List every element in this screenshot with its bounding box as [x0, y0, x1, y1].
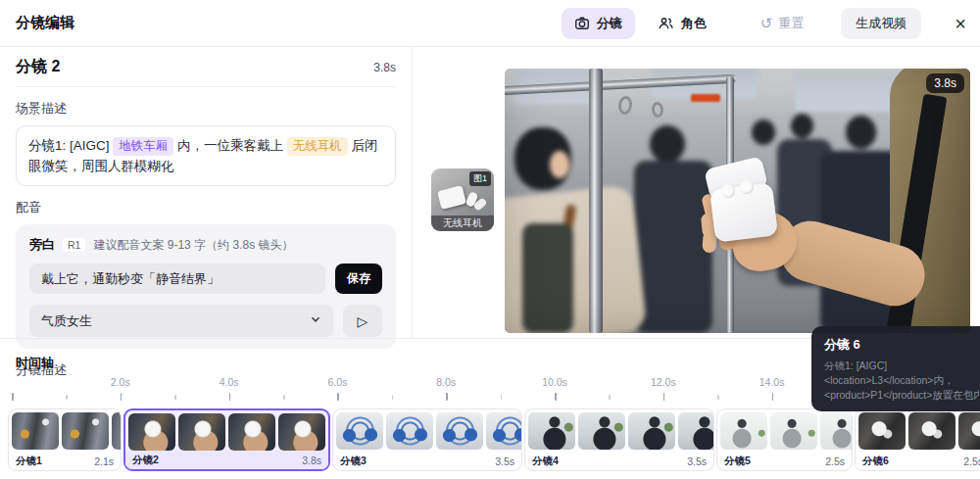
clip-frame-thumb: [336, 412, 383, 450]
chevron-down-icon: [310, 313, 321, 328]
save-button[interactable]: 保存: [335, 263, 382, 294]
location-tag[interactable]: 地铁车厢: [113, 137, 173, 156]
shot-header: 分镜 2 3.8s: [16, 47, 396, 87]
clip-name: 分镜3: [340, 455, 367, 468]
shot-edit-panel: 分镜 2 3.8s 场景描述 分镜1: [AIGC] 地铁车厢 内，一位乘客戴上…: [0, 47, 413, 338]
top-bar: 分镜编辑 分镜 角色 ↺: [0, 0, 980, 47]
clip-frame-thumb: [528, 412, 575, 450]
clip-frame-thumb: [820, 412, 852, 450]
clip-duration: 3.5s: [495, 455, 514, 467]
clip-thumbnails: [717, 409, 852, 452]
timeline-clips: 分镜12.1s分镜23.8s分镜33.5s分镜43.5s分镜52.5s分镜62.…: [8, 408, 980, 471]
tooltip-line: <location>L3</location>内，: [824, 373, 979, 388]
voice-style-select[interactable]: 气质女生: [29, 305, 333, 337]
clip-thumbnails: [525, 409, 713, 452]
clip-frame-thumb: [486, 412, 521, 450]
tab-role-label: 角色: [681, 15, 707, 32]
tooltip-line: 分镜1: [AIGC]: [824, 359, 979, 373]
earbuds-case-art: [437, 185, 466, 210]
shot-title: 分镜 2: [16, 57, 60, 77]
reset-button[interactable]: ↺ 重置: [760, 15, 805, 32]
clip-thumbnails: [333, 409, 521, 452]
timeline-clip-3[interactable]: 分镜33.5s: [332, 408, 522, 471]
clip-thumbnails: [856, 409, 980, 452]
clip-frame-thumb: [578, 412, 625, 450]
asset-thumbnail[interactable]: 图1 无线耳机: [431, 168, 494, 231]
camera-icon: [574, 16, 590, 31]
clip-frame-thumb: [12, 412, 59, 450]
scene-description-box[interactable]: 分镜1: [AIGC] 地铁车厢 内，一位乘客戴上 无线耳机 后闭眼微笑，周围人…: [16, 125, 396, 186]
reset-icon: ↺: [760, 16, 773, 30]
people-icon: [658, 16, 674, 31]
ruler-tick: [663, 393, 665, 401]
preview-image[interactable]: 3.8s: [505, 69, 970, 333]
clip-frame-thumb: [178, 413, 225, 451]
scene-section-label: 场景描述: [16, 100, 396, 118]
clip-frame-thumb: [628, 412, 675, 450]
generate-video-button[interactable]: 生成视频: [841, 8, 921, 39]
clip-thumbnails: [125, 410, 328, 451]
ruler-tick: [717, 395, 719, 400]
clip-duration: 2.5s: [963, 455, 980, 467]
timeline-label: 时间轴: [16, 355, 54, 372]
timeline-clip-5[interactable]: 分镜52.5s: [716, 408, 853, 471]
ruler-tick: [229, 393, 231, 401]
scene-text-mid: 内，一位乘客戴上: [173, 138, 287, 153]
ruler-time-label: 10.0s: [542, 376, 567, 388]
voice-hint: 建议配音文案 9-13 字（约 3.8s 镜头）: [93, 237, 293, 254]
ruler-tick: [501, 395, 503, 400]
clip-frame-thumb: [62, 412, 109, 450]
ruler-tick: [609, 395, 611, 400]
clip-duration: 3.5s: [687, 455, 707, 467]
clip-name: 分镜5: [724, 455, 751, 468]
timeline-clip-1[interactable]: 分镜12.1s: [8, 408, 122, 471]
clip-frame-thumb: [858, 412, 906, 450]
clip-frame-thumb: [908, 412, 956, 450]
voice-role-badge: R1: [63, 238, 85, 252]
asset-badge: 图1: [469, 171, 491, 186]
ruler-time-label: 12.0s: [651, 376, 676, 388]
clip-frame-thumb: [958, 412, 980, 450]
clip-duration: 2.5s: [825, 455, 845, 467]
clip-duration: 2.1s: [94, 455, 114, 467]
clip-name: 分镜2: [132, 454, 159, 467]
ruler-time-label: 4.0s: [220, 376, 239, 388]
tooltip-line: <product>P1</product>放置在包内: [824, 388, 979, 403]
clip-frame-thumb: [678, 412, 713, 450]
tab-storyboard[interactable]: 分镜: [562, 8, 635, 39]
shot-duration: 3.8s: [373, 61, 396, 74]
voice-text-input[interactable]: [29, 263, 325, 294]
clip-name: 分镜6: [862, 455, 889, 468]
clip-frame-thumb: [386, 412, 433, 450]
timeline-clip-4[interactable]: 分镜43.5s: [524, 408, 714, 471]
voice-style-value: 气质女生: [41, 312, 92, 330]
clip-frame-thumb: [228, 413, 275, 451]
asset-label: 无线耳机: [431, 216, 494, 231]
ruler-tick: [392, 395, 394, 400]
tab-storyboard-label: 分镜: [597, 15, 622, 32]
clip-frame-thumb: [436, 412, 483, 450]
tooltip-title: 分镜 6: [824, 336, 979, 354]
ruler-time-label: 14.0s: [760, 376, 785, 388]
tab-role[interactable]: 角色: [645, 8, 719, 39]
ruler-tick: [66, 395, 68, 400]
ruler-tick: [337, 393, 339, 401]
clip-frame-thumb: [720, 412, 767, 450]
voice-section-label: 配音: [16, 199, 396, 216]
clip-frame-thumb: [770, 412, 817, 450]
ruler-tick: [174, 395, 176, 400]
clip-duration: 3.8s: [302, 455, 321, 466]
view-tabbar: 分镜 角色: [562, 8, 719, 39]
voice-card: 旁白 R1 建议配音文案 9-13 字（约 3.8s 镜头） 保存 气质女生 ▷: [16, 224, 396, 349]
timeline-clip-6[interactable]: 分镜62.5s: [855, 408, 980, 471]
play-icon: ▷: [358, 313, 368, 329]
clip-frame-thumb: [278, 413, 325, 451]
close-icon[interactable]: ×: [955, 14, 966, 33]
clip-frame-thumb: [112, 412, 121, 450]
timeline-clip-2[interactable]: 分镜23.8s: [123, 408, 330, 471]
clip-name: 分镜4: [532, 455, 559, 468]
ruler-tick: [121, 393, 122, 401]
product-tag[interactable]: 无线耳机: [287, 137, 348, 156]
page-title: 分镜编辑: [16, 14, 74, 32]
play-voice-button[interactable]: ▷: [343, 305, 382, 337]
